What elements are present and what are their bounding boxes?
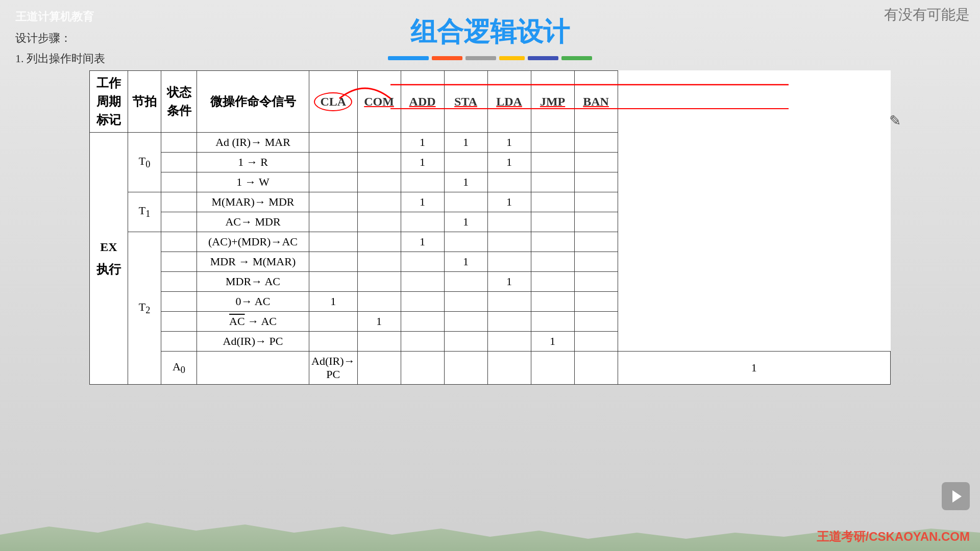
cell-lda-11	[487, 332, 531, 352]
cell-sta-3: 1	[444, 172, 487, 192]
table-row: T2 (AC)+(MDR)→AC 1	[90, 232, 891, 252]
cell-lda-12	[531, 352, 574, 385]
cell-jmp-7	[531, 252, 574, 272]
cell-sta-4	[444, 192, 487, 212]
cell-sta-10	[444, 312, 487, 332]
cell-add-4: 1	[401, 192, 444, 212]
cell-add-3	[401, 172, 444, 192]
cell-state-t2-5	[161, 312, 197, 332]
cell-sta-8	[444, 272, 487, 292]
cell-state-t2-3	[161, 272, 197, 292]
cell-cla-2	[309, 153, 358, 172]
cell-signal-5: AC→ MDR	[197, 212, 309, 232]
cell-cla-12	[357, 352, 401, 385]
cell-sta-12	[487, 352, 531, 385]
cell-state-t1-2	[161, 212, 197, 232]
cell-com-1	[357, 133, 401, 153]
color-seg-3	[465, 56, 496, 60]
cell-jmp-1	[531, 133, 574, 153]
cell-lda-8: 1	[487, 272, 531, 292]
cell-cla-6	[309, 232, 358, 252]
cell-ban-1	[574, 133, 618, 153]
cell-signal-10: AC → AC	[197, 312, 309, 332]
cell-state-t0-3	[161, 172, 197, 192]
table-row: 1 → W 1	[90, 172, 891, 192]
cell-state-t1-1	[161, 192, 197, 212]
top-right-watermark: 有没有可能是	[884, 5, 970, 24]
table-container: 工作周期标记 节拍 状态条件 微操作命令信号 CLA COM ADD STA L…	[89, 70, 891, 385]
header-cla: CLA	[309, 71, 358, 133]
table-header-row: 工作周期标记 节拍 状态条件 微操作命令信号 CLA COM ADD STA L…	[90, 71, 891, 133]
cell-state-a0	[197, 352, 309, 385]
cell-ban-6	[574, 232, 618, 252]
cell-com-5	[357, 212, 401, 232]
cell-ban-4	[574, 192, 618, 212]
cell-signal-3: 1 → W	[197, 172, 309, 192]
cell-ban-12: 1	[618, 352, 890, 385]
header-com: COM	[357, 71, 401, 133]
cell-add-8	[401, 272, 444, 292]
cell-ban-5	[574, 212, 618, 232]
cell-ban-11	[574, 332, 618, 352]
cell-jmp-4	[531, 192, 574, 212]
color-seg-2	[432, 56, 462, 60]
table-row: EX执行 T0 Ad (IR)→ MAR 1 1 1	[90, 133, 891, 153]
table-row: Ad(IR)→ PC 1	[90, 332, 891, 352]
color-seg-1	[388, 56, 429, 60]
edit-icon[interactable]: ✎	[889, 112, 901, 129]
cell-add-9	[401, 292, 444, 312]
cell-jmp-3	[531, 172, 574, 192]
cell-signal-11: Ad(IR)→ PC	[197, 332, 309, 352]
cell-cla-11	[309, 332, 358, 352]
cell-add-1: 1	[401, 133, 444, 153]
cell-state-t2-2	[161, 252, 197, 272]
cell-lda-9	[487, 292, 531, 312]
cell-cla-8	[309, 272, 358, 292]
cell-beat-t1: T1	[128, 192, 161, 232]
cell-cla-3	[309, 172, 358, 192]
cell-sta-1: 1	[444, 133, 487, 153]
bottom-logo: 王道考研/CSKAOYAN.COM	[817, 529, 970, 545]
header-state: 状态条件	[161, 71, 197, 133]
color-seg-5	[528, 56, 558, 60]
cell-sta-5: 1	[444, 212, 487, 232]
cell-ban-7	[574, 252, 618, 272]
cell-lda-10	[487, 312, 531, 332]
header-add: ADD	[401, 71, 444, 133]
cell-com-9	[357, 292, 401, 312]
cell-lda-7	[487, 252, 531, 272]
cell-com-11	[357, 332, 401, 352]
table-row: T1 M(MAR)→ MDR 1 1	[90, 192, 891, 212]
cell-signal-9: 0→ AC	[197, 292, 309, 312]
cell-jmp-11: 1	[531, 332, 574, 352]
cell-signal-7: MDR → M(MAR)	[197, 252, 309, 272]
cell-jmp-12	[574, 352, 618, 385]
steps-text: 设计步骤： 1. 列出操作时间表	[15, 28, 105, 68]
cell-lda-6	[487, 232, 531, 252]
cell-signal-4: M(MAR)→ MDR	[197, 192, 309, 212]
cell-add-2: 1	[401, 153, 444, 172]
cell-state-t2-1	[161, 232, 197, 252]
cell-jmp-2	[531, 153, 574, 172]
play-button[interactable]	[942, 482, 970, 510]
cell-signal-6: (AC)+(MDR)→AC	[197, 232, 309, 252]
cell-add-11	[401, 332, 444, 352]
header-sta: STA	[444, 71, 487, 133]
cell-jmp-8	[531, 272, 574, 292]
cell-lda-1: 1	[487, 133, 531, 153]
cell-sta-7: 1	[444, 252, 487, 272]
cell-com-3	[357, 172, 401, 192]
cell-cla-9: 1	[309, 292, 358, 312]
cell-beat-t0: T0	[128, 133, 161, 192]
header-lda: LDA	[487, 71, 531, 133]
cell-com-12	[401, 352, 444, 385]
cell-state-t0-2	[161, 153, 197, 172]
header-signal: 微操作命令信号	[197, 71, 309, 133]
cell-add-7	[401, 252, 444, 272]
cell-ex: EX执行	[90, 133, 128, 385]
cell-sta-6	[444, 232, 487, 252]
cell-ban-8	[574, 272, 618, 292]
cell-add-12	[444, 352, 487, 385]
cell-add-5	[401, 212, 444, 232]
page-title: 组合逻辑设计	[410, 14, 570, 50]
